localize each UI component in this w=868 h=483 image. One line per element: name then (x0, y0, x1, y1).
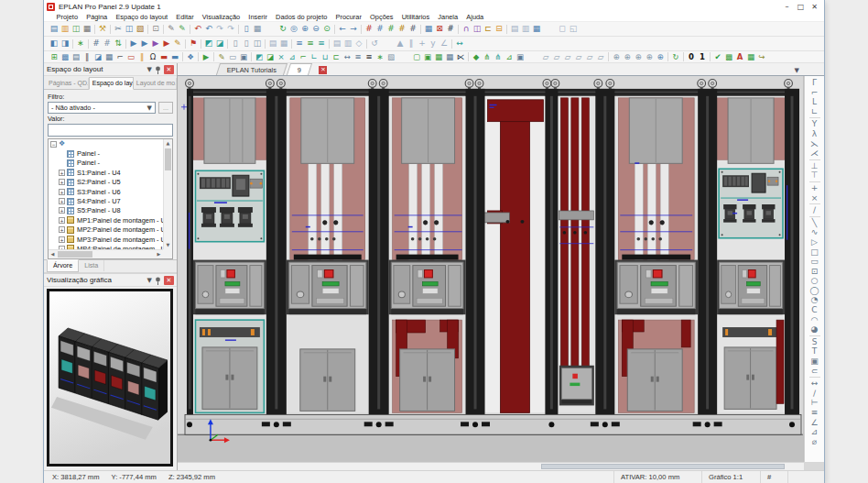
drilling-pattern-icon[interactable]: ▣ (422, 51, 433, 62)
bend-c-icon[interactable]: ⊏ (331, 51, 342, 62)
value-input[interactable] (48, 124, 173, 137)
corner-sw-icon[interactable]: ∟ (805, 107, 824, 117)
slanted-segment-icon[interactable]: ∕ (805, 205, 824, 215)
scroll-thumb[interactable] (58, 251, 92, 258)
branch-y-up-icon[interactable]: Y (805, 119, 824, 129)
expand-icon[interactable]: + (59, 179, 65, 185)
tree-view-tab-1[interactable]: Lista (79, 260, 104, 271)
expand-icon[interactable]: + (59, 236, 65, 243)
arc-segment-icon[interactable]: ◠ (805, 315, 824, 325)
copy-icon[interactable]: ◫ (124, 22, 135, 36)
routing-path-icon[interactable]: ▶ (201, 51, 212, 62)
tree-item[interactable]: Painel - (49, 159, 163, 168)
view-next-icon[interactable]: → (348, 22, 359, 36)
part-fork-a-icon[interactable]: ⋔ (482, 51, 493, 62)
drilling-export-icon[interactable]: ▦ (433, 51, 444, 62)
minimize-button[interactable]: – (780, 1, 794, 13)
drill-hole-3-icon[interactable]: ⊕ (633, 51, 644, 62)
cross-joint-icon[interactable]: + (805, 183, 824, 193)
tree-item[interactable]: +MP1:Painel de montagem - U187 (49, 215, 163, 225)
zoom-window-icon[interactable]: ◎ (288, 22, 299, 36)
dim-linear-icon[interactable]: ↔ (805, 379, 824, 389)
new-layout-space-icon[interactable]: ∗ (75, 37, 86, 50)
corner-ne-icon[interactable]: Γ (805, 78, 824, 88)
layout-panel-tab-1[interactable]: Espaço do lay... (89, 77, 134, 90)
goto-graphic-icon[interactable]: # (91, 37, 102, 50)
selection-frame-icon[interactable]: ◻ (557, 22, 568, 36)
insert-busbar-icon[interactable]: ‖ (136, 51, 147, 62)
tree-item[interactable]: +S5:Painel - U8 (49, 206, 163, 215)
bend-right-icon[interactable]: ∟ (309, 51, 320, 62)
bent-sheet-1-icon[interactable]: ▱ (540, 51, 551, 62)
angle-tool-icon[interactable]: ∠ (439, 37, 450, 50)
filter-combo[interactable]: - Não ativado - ▼ (48, 102, 156, 114)
zoom-entire-icon[interactable]: ⊙ (321, 22, 332, 36)
expand-icon[interactable]: + (59, 198, 65, 204)
insert-angle-icon[interactable]: ⌐ (114, 51, 125, 62)
close-button[interactable]: ✕ (808, 1, 821, 13)
layer-view-2-icon[interactable]: ▥ (520, 22, 531, 36)
assign-format-icon[interactable]: ✎ (177, 22, 188, 36)
cross-oblique-icon[interactable]: × (805, 193, 824, 203)
insert-terminal-box-icon[interactable]: ▦ (103, 51, 114, 62)
paste-icon[interactable]: ▧ (135, 22, 146, 36)
view-0-icon[interactable]: 0 (686, 51, 697, 62)
open-icon[interactable]: ▥ (60, 22, 71, 36)
expand-icon[interactable]: + (59, 226, 65, 233)
menu-p-gina[interactable]: Página (82, 13, 112, 21)
design-mode-window-icon[interactable]: ◫ (472, 22, 483, 36)
goto-counterpart-icon[interactable]: ⇅ (113, 37, 124, 50)
grid-size-3-icon[interactable]: # (385, 22, 396, 36)
drilling-view-icon[interactable]: ▢ (411, 51, 422, 62)
placeholder-b-icon[interactable]: ▥ (342, 37, 353, 50)
redo-history-icon[interactable]: ↷ (225, 22, 236, 36)
copy-page-icon[interactable]: ▯ (230, 37, 241, 50)
swap-direction-icon[interactable]: ↔ (454, 37, 465, 50)
part-panel-icon[interactable]: ▣ (515, 51, 526, 62)
dim-baseline-icon[interactable]: ≡ (805, 408, 824, 418)
copy-window-icon[interactable]: ▯ (241, 37, 252, 50)
dim-diameter-icon[interactable]: ⌀ (805, 437, 824, 447)
grid-size-2-icon[interactable]: # (374, 22, 385, 36)
part-bend-icon[interactable]: ⊿ (504, 51, 515, 62)
goto-page-icon[interactable]: # (102, 37, 113, 50)
line-icon[interactable]: ╲ (805, 218, 824, 228)
jump-edit-icon[interactable]: ▶ (161, 37, 172, 50)
page-macro-icon[interactable]: ▯ (241, 22, 252, 36)
copy-layout-icon[interactable]: ◫ (252, 37, 263, 50)
bundle-tool-icon[interactable]: ∗ (374, 51, 385, 62)
workspace-prev-icon[interactable]: ◧ (49, 37, 60, 50)
view-previous-icon[interactable]: ← (337, 22, 348, 36)
scroll-thumb[interactable] (541, 464, 786, 469)
grid-size-1-icon[interactable]: # (363, 22, 374, 36)
undo-icon[interactable]: ↶ (203, 22, 214, 36)
properties-global-icon[interactable]: ≡ (305, 37, 316, 50)
scroll-thumb[interactable] (165, 148, 171, 170)
bend-u-icon[interactable]: ⊔ (320, 51, 331, 62)
update-routing-icon[interactable]: ↻ (670, 51, 681, 62)
refresh-view-icon[interactable]: ↻ (277, 22, 288, 36)
menu-procurar[interactable]: Procurar (331, 13, 366, 21)
layout-panel-tab-2[interactable]: Layout de mo... (134, 78, 177, 89)
add-point-icon[interactable]: + (417, 37, 428, 50)
export-image-icon[interactable]: ▩ (723, 51, 734, 62)
scroll-left-icon[interactable]: ◀ (49, 250, 57, 258)
jump-marked-icon[interactable]: ▶ (150, 37, 161, 50)
drill-hole-2-icon[interactable]: ⊕ (622, 51, 633, 62)
menu-projeto[interactable]: Projeto (52, 13, 82, 21)
dim-angle-icon[interactable]: ∠ (805, 418, 824, 428)
circle-icon[interactable]: ○ (805, 276, 824, 286)
scroll-down-icon[interactable]: ▼ (164, 241, 172, 249)
tree-item[interactable]: +S3:Painel - U6 (49, 187, 163, 196)
menu-visualiza-o[interactable]: Visualização (198, 13, 244, 21)
expand-icon[interactable]: + (59, 170, 65, 176)
redo-icon[interactable]: ↷ (214, 22, 225, 36)
part-diamond-icon[interactable]: ◆ (471, 51, 482, 62)
contour-panel-icon[interactable]: ▣ (238, 51, 249, 62)
rotate-view-icon[interactable]: ↺ (369, 37, 380, 50)
check-icon[interactable]: ✔ (712, 51, 723, 62)
bent-sheet-6-icon[interactable]: ▱ (595, 51, 606, 62)
pin-icon[interactable] (155, 272, 161, 289)
tree-item[interactable]: +S1:Painel - U4 (49, 168, 163, 177)
filter-browse-button[interactable]: ... (158, 102, 173, 114)
